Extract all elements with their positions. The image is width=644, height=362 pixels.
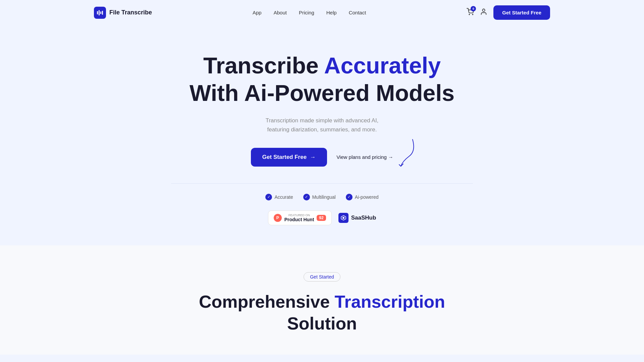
ph-icon: P — [274, 214, 282, 222]
hero-title-part2: With Ai-Powered Models — [190, 80, 454, 106]
hero-title-part1: Transcribe — [203, 53, 324, 78]
decorative-arrow — [396, 138, 416, 168]
hero-title-accent: Accurately — [324, 53, 441, 78]
hero-subtitle: Transcription made simple with advanced … — [258, 116, 386, 134]
svg-rect-0 — [97, 11, 98, 14]
svg-point-6 — [483, 9, 485, 11]
ph-featured-label: FEATURED ON — [284, 214, 314, 217]
ph-name: Product Hunt — [284, 217, 314, 222]
logo-icon — [94, 7, 106, 19]
nav-links: App About Pricing Help Contact — [253, 10, 366, 16]
hero-divider — [171, 183, 473, 184]
bottom-section: Get Started Comprehensive Transcription … — [0, 245, 644, 355]
user-icon[interactable] — [480, 8, 487, 17]
bottom-title: Comprehensive Transcription Solution — [7, 291, 637, 335]
saashub-label: SaaSHub — [351, 215, 376, 221]
hero-cta-button[interactable]: Get Started Free → — [251, 148, 327, 167]
nav-actions: 0 Get Started Free — [467, 5, 550, 20]
saashub-icon — [338, 213, 348, 223]
nav-about[interactable]: About — [274, 10, 287, 15]
hero-section: Transcribe Accurately With Ai-Powered Mo… — [0, 25, 644, 245]
hero-title: Transcribe Accurately With Ai-Powered Mo… — [7, 52, 637, 107]
badge-ai-powered: ✓ Ai-powered — [346, 194, 379, 200]
ph-label-group: FEATURED ON Product Hunt — [284, 214, 314, 222]
badge-multilingual: ✓ Multilingual — [303, 194, 336, 200]
badge-accurate: ✓ Accurate — [265, 194, 293, 200]
check-icon-accurate: ✓ — [265, 194, 272, 200]
svg-point-7 — [342, 217, 344, 219]
nav-help[interactable]: Help — [326, 10, 337, 15]
nav-contact[interactable]: Contact — [349, 10, 366, 15]
arrow-icon: → — [310, 154, 316, 161]
ph-score: 92 — [317, 215, 326, 221]
view-plans-link[interactable]: View plans and pricing → — [336, 154, 393, 160]
check-icon-ai: ✓ — [346, 194, 353, 200]
trust-badges: ✓ Accurate ✓ Multilingual ✓ Ai-powered — [7, 194, 637, 200]
arrow-right-icon: → — [388, 154, 393, 160]
cart-icon[interactable]: 0 — [467, 8, 474, 17]
svg-rect-2 — [100, 11, 101, 14]
check-icon-multilingual: ✓ — [303, 194, 310, 200]
saashub-badge[interactable]: SaaSHub — [338, 213, 376, 223]
product-hunt-badge[interactable]: P FEATURED ON Product Hunt 92 — [268, 210, 332, 225]
nav-app[interactable]: App — [253, 10, 262, 15]
brand-name: File Transcribe — [109, 9, 152, 16]
nav-pricing[interactable]: Pricing — [299, 10, 314, 15]
svg-rect-1 — [99, 10, 100, 15]
svg-rect-3 — [102, 11, 103, 15]
hero-cta: Get Started Free → View plans and pricin… — [7, 148, 637, 167]
svg-point-5 — [473, 14, 473, 15]
navbar: File Transcribe App About Pricing Help C… — [0, 0, 644, 25]
svg-point-4 — [469, 14, 470, 15]
get-started-tag[interactable]: Get Started — [304, 272, 340, 282]
nav-cta-button[interactable]: Get Started Free — [493, 5, 550, 20]
logo-link[interactable]: File Transcribe — [94, 7, 152, 19]
social-proof: P FEATURED ON Product Hunt 92 SaaSHub — [7, 210, 637, 225]
cart-badge: 0 — [471, 6, 476, 11]
